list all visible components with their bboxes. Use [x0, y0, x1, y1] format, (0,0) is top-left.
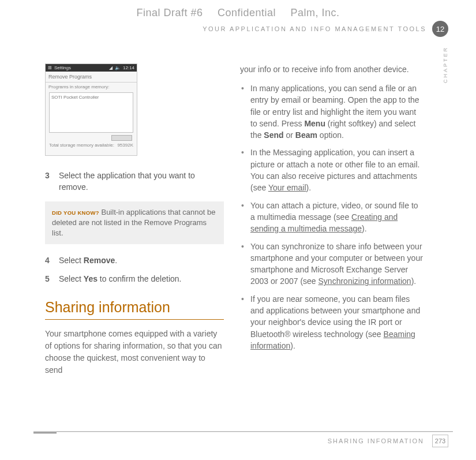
ss-remove-button [111, 135, 132, 141]
signal-icon: ◢ [109, 65, 113, 70]
device-screenshot: ⊞ Settings ◢ 🔈 12:14 Remove Programs Pro… [45, 63, 137, 156]
step-text: Select Remove. [59, 255, 117, 266]
confidential-header: Final Draft #6 Confidential Palm, Inc. [0, 7, 476, 19]
company-label: Palm, Inc. [291, 7, 340, 18]
tip-label: DID YOU KNOW? [52, 210, 99, 216]
page-footer: SHARING INFORMATION 273 [328, 435, 448, 447]
section-heading: Sharing information [45, 299, 224, 320]
running-head: YOUR APPLICATION AND INFO MANAGEMENT TOO… [203, 25, 426, 32]
list-item: In the Messaging application, you can in… [240, 147, 424, 193]
footer-section: SHARING INFORMATION [328, 437, 424, 444]
ss-program-list: SOTI Pocket Controller [49, 92, 133, 133]
windows-flag-icon: ⊞ [48, 65, 52, 70]
step-text: Select Yes to confirm the deletion. [59, 273, 181, 285]
footer-rule [33, 431, 453, 432]
ss-subtitle: Programs in storage memory: [46, 83, 137, 91]
section-intro-left: Your smartphone comes equipped with a va… [45, 328, 224, 376]
ss-list-item: SOTI Pocket Controller [51, 95, 131, 100]
ss-total-label: Total storage memory available: [49, 143, 114, 148]
chapter-label-vertical: CHAPTER [443, 46, 448, 83]
bullet-list: In many applications, you can send a fil… [240, 83, 424, 351]
did-you-know-tip: DID YOU KNOW? Built-in applications that… [45, 201, 224, 245]
step-number: 5 [45, 273, 53, 285]
speaker-icon: 🔈 [115, 65, 121, 70]
left-column: ⊞ Settings ◢ 🔈 12:14 Remove Programs Pro… [45, 63, 224, 376]
list-item: You can synchronize to share info betwee… [240, 241, 424, 287]
page-number: 273 [432, 435, 448, 447]
ss-total-value: 95392K [117, 143, 133, 148]
footer-rule-accent [33, 432, 57, 433]
step-text: Select the application that you want to … [59, 170, 224, 193]
step-5: 5 Select Yes to confirm the deletion. [45, 273, 224, 285]
step-4: 4 Select Remove. [45, 255, 224, 266]
right-column: your info or to receive info from anothe… [240, 63, 424, 376]
step-number: 4 [45, 255, 53, 266]
list-item: If you are near someone, you can beam fi… [240, 293, 424, 351]
list-item: In many applications, you can send a fil… [240, 83, 424, 141]
ss-time: 12:14 [123, 65, 134, 70]
link-your-email[interactable]: Your email [268, 183, 306, 192]
step-number: 3 [45, 170, 53, 193]
section-intro-right: your info or to receive info from anothe… [240, 63, 424, 76]
list-item: You can attach a picture, video, or soun… [240, 200, 424, 235]
draft-label: Final Draft #6 [136, 7, 203, 18]
step-3: 3 Select the application that you want t… [45, 170, 224, 193]
confidential-label: Confidential [218, 7, 276, 18]
ss-settings-label: Settings [54, 65, 71, 70]
link-sync[interactable]: Synchronizing information [318, 276, 411, 286]
ss-title: Remove Programs [46, 72, 137, 83]
chapter-number-badge: 12 [432, 21, 448, 37]
